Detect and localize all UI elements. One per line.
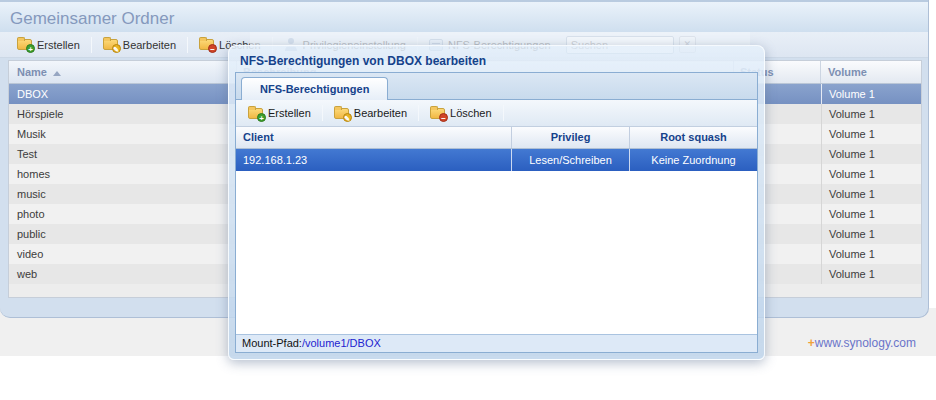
- edit-button[interactable]: ✎ Bearbeiten: [98, 37, 181, 53]
- dialog-delete-button-label: Löschen: [450, 107, 492, 119]
- dialog-title: NFS-Berechtigungen von DBOX bearbeiten: [235, 51, 758, 72]
- dialog-table-header: Client Privileg Root squash: [236, 127, 757, 149]
- folder-edit-icon: ✎: [334, 108, 349, 119]
- column-header-name[interactable]: Name: [9, 61, 237, 83]
- dialog-delete-button[interactable]: − Löschen: [425, 105, 497, 121]
- client-cell: 192.168.1.23: [236, 149, 512, 171]
- folder-add-icon: +: [248, 108, 263, 119]
- dialog-table-empty-area: [236, 171, 757, 334]
- toolbar-separator: [322, 105, 323, 121]
- nfs-rule-row[interactable]: 192.168.1.23 Lesen/Schreiben Keine Zuord…: [236, 149, 757, 171]
- synology-url: www.synology.com: [815, 336, 916, 350]
- dialog-create-button[interactable]: + Erstellen: [243, 105, 316, 121]
- dialog-create-button-label: Erstellen: [268, 107, 311, 119]
- nfs-permissions-dialog: NFS-Berechtigungen von DBOX bearbeiten N…: [228, 45, 765, 360]
- plus-icon: +: [808, 336, 815, 350]
- root-squash-cell: Keine Zuordnung: [630, 149, 757, 171]
- folder-add-icon: +: [17, 39, 32, 50]
- column-header-privilege[interactable]: Privileg: [512, 127, 630, 148]
- dialog-tabstrip: NFS-Berechtigungen: [236, 73, 757, 100]
- sort-ascending-icon: [53, 71, 61, 76]
- synology-link[interactable]: +www.synology.com: [808, 336, 916, 350]
- privilege-cell: Lesen/Schreiben: [512, 149, 630, 171]
- edit-button-label: Bearbeiten: [123, 39, 176, 51]
- mount-path-bar: Mount-Pfad:/volume1/DBOX: [236, 334, 757, 352]
- column-header-root-squash[interactable]: Root squash: [630, 127, 757, 148]
- column-header-client[interactable]: Client: [236, 127, 512, 148]
- folder-edit-icon: ✎: [103, 39, 118, 50]
- page-title: Gemeinsamer Ordner: [0, 2, 928, 29]
- toolbar-separator: [418, 105, 419, 121]
- create-button-label: Erstellen: [37, 39, 80, 51]
- toolbar-separator: [91, 37, 92, 53]
- create-button[interactable]: + Erstellen: [12, 37, 85, 53]
- tab-nfs-permissions[interactable]: NFS-Berechtigungen: [241, 77, 388, 100]
- dialog-toolbar: + Erstellen ✎ Bearbeiten − Löschen: [236, 100, 757, 127]
- dialog-edit-button-label: Bearbeiten: [354, 107, 407, 119]
- toolbar-separator: [187, 37, 188, 53]
- window-header: Gemeinsamer Ordner: [0, 0, 928, 32]
- dialog-body: NFS-Berechtigungen + Erstellen ✎ Bearbei…: [235, 72, 758, 353]
- column-header-volume[interactable]: Volume: [821, 61, 921, 83]
- folder-remove-icon: −: [199, 39, 214, 50]
- mount-path-value[interactable]: /volume1/DBOX: [302, 337, 381, 349]
- dialog-edit-button[interactable]: ✎ Bearbeiten: [329, 105, 412, 121]
- toolbar-separator: [503, 105, 504, 121]
- folder-remove-icon: −: [430, 108, 445, 119]
- mount-path-label: Mount-Pfad:: [242, 337, 302, 349]
